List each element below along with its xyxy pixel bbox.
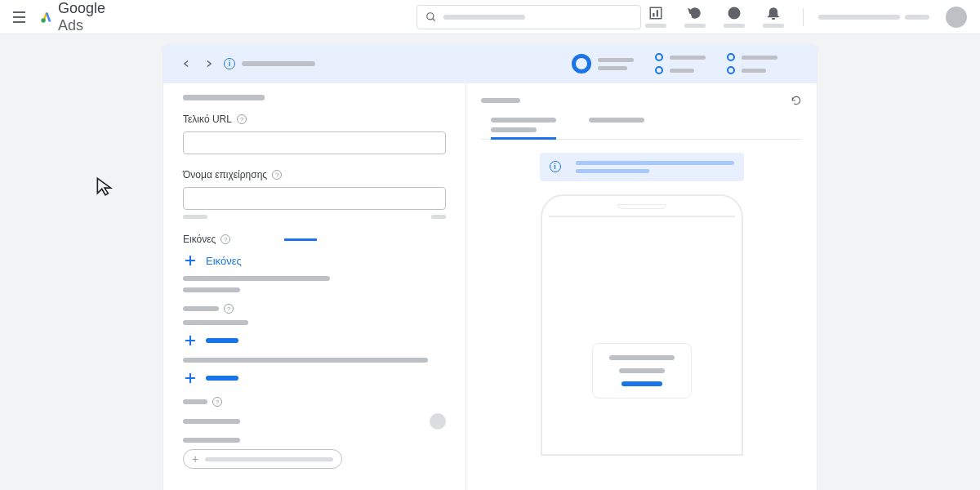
preview-refresh-button[interactable] bbox=[791, 95, 802, 106]
svg-point-0 bbox=[41, 18, 45, 22]
ad-editor-panel: i Τελικό URL? Όνομα επ bbox=[163, 44, 817, 490]
svg-rect-4 bbox=[653, 13, 654, 17]
tag-input[interactable]: + bbox=[183, 449, 342, 469]
notifications-icon[interactable] bbox=[759, 2, 788, 32]
breadcrumb bbox=[242, 61, 315, 66]
preview-title bbox=[481, 98, 520, 103]
phone-preview bbox=[541, 194, 743, 456]
plus-icon bbox=[183, 333, 198, 348]
step-group-3[interactable] bbox=[727, 53, 777, 74]
ad-preview-card bbox=[592, 343, 692, 399]
svg-rect-3 bbox=[650, 7, 662, 19]
plus-icon: + bbox=[192, 452, 198, 466]
business-name-input[interactable] bbox=[183, 187, 446, 210]
preview-tab-2[interactable] bbox=[589, 118, 644, 139]
round-button[interactable] bbox=[430, 413, 446, 430]
nav-forward-button[interactable] bbox=[201, 56, 217, 72]
help-icon[interactable] bbox=[719, 2, 749, 32]
step-indicator-active bbox=[572, 54, 591, 74]
refresh-icon[interactable] bbox=[680, 2, 710, 32]
progress-bar: i bbox=[163, 44, 817, 83]
help-icon[interactable]: ? bbox=[212, 397, 222, 407]
info-icon: i bbox=[550, 161, 561, 172]
subsection-header: ? bbox=[183, 304, 446, 314]
google-ads-logo-icon bbox=[40, 9, 53, 25]
preview-panel: i bbox=[466, 83, 817, 490]
business-name-label: Όνομα επιχείρησης? bbox=[183, 169, 446, 180]
divider bbox=[803, 8, 804, 26]
help-icon[interactable]: ? bbox=[237, 114, 247, 124]
logo[interactable]: Google Ads bbox=[40, 0, 120, 34]
help-icon[interactable]: ? bbox=[224, 304, 234, 314]
search-box[interactable] bbox=[416, 5, 641, 29]
subsection-header-2: ? bbox=[183, 397, 446, 407]
logo-text: Google Ads bbox=[58, 0, 119, 34]
step-current[interactable] bbox=[572, 53, 634, 74]
svg-rect-5 bbox=[657, 10, 658, 16]
phone-notch bbox=[617, 204, 666, 209]
avatar[interactable] bbox=[946, 7, 967, 28]
info-icon[interactable]: i bbox=[224, 58, 235, 69]
svg-point-7 bbox=[734, 16, 735, 17]
final-url-label: Τελικό URL? bbox=[183, 114, 446, 125]
description-placeholder bbox=[183, 276, 446, 292]
ad-cta-placeholder bbox=[621, 381, 662, 386]
form-panel: Τελικό URL? Όνομα επιχείρησης? Εικόνες? … bbox=[163, 83, 466, 490]
section-header bbox=[183, 95, 265, 100]
add-images-button[interactable]: Εικόνες bbox=[183, 253, 446, 268]
final-url-input[interactable] bbox=[183, 131, 446, 154]
plus-icon bbox=[183, 253, 198, 268]
step-group-2[interactable] bbox=[655, 53, 706, 74]
preview-tab-1[interactable] bbox=[491, 118, 556, 139]
add-images-label: Εικόνες bbox=[206, 255, 242, 267]
account-link[interactable] bbox=[818, 15, 929, 20]
images-label: Εικόνες? bbox=[183, 234, 446, 245]
reports-icon[interactable] bbox=[641, 2, 670, 32]
add-item-button[interactable] bbox=[183, 333, 446, 348]
info-banner: i bbox=[540, 153, 744, 181]
help-icon[interactable]: ? bbox=[272, 170, 282, 180]
add-item-button-2[interactable] bbox=[183, 371, 446, 385]
menu-icon[interactable] bbox=[13, 11, 25, 23]
plus-icon bbox=[183, 371, 198, 385]
cursor-icon bbox=[94, 176, 115, 200]
help-icon[interactable]: ? bbox=[220, 234, 230, 244]
nav-back-button[interactable] bbox=[178, 56, 194, 72]
